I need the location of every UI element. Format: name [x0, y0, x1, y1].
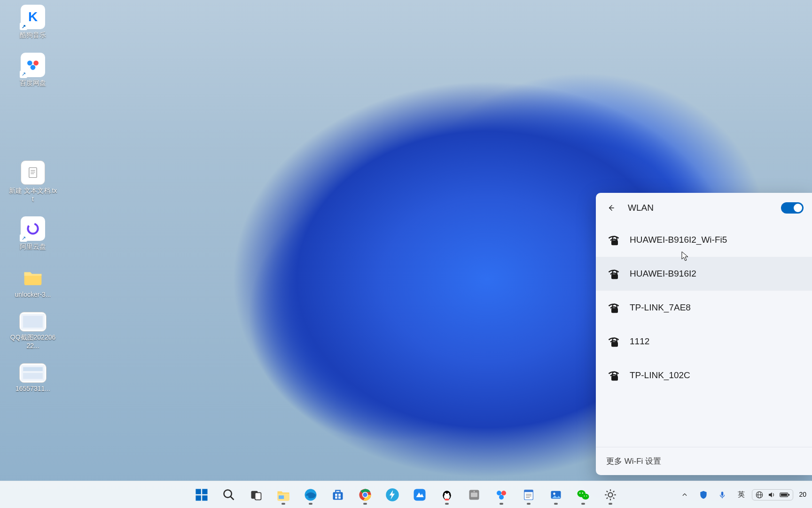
- folder-icon: [21, 264, 45, 289]
- svg-rect-33: [279, 495, 284, 499]
- svg-point-62: [553, 492, 555, 495]
- mic-icon: [718, 491, 726, 499]
- lock-icon: [608, 302, 621, 315]
- taskbar-app-edge[interactable]: [299, 484, 322, 506]
- wlan-network-item[interactable]: TP-LINK_7AE8: [596, 291, 812, 325]
- thunder-icon: [385, 488, 399, 502]
- desktop-icon-aliyun[interactable]: 阿里云盘: [8, 216, 57, 251]
- wlan-network-item[interactable]: HUAWEI-B916I2: [596, 257, 812, 291]
- svg-point-47: [445, 492, 446, 494]
- chevron-up-icon: [681, 492, 688, 498]
- desktop-icon-label: 新建 文本文档.txt: [8, 187, 57, 203]
- svg-point-1: [33, 60, 39, 65]
- ime-language-indicator[interactable]: 英: [733, 485, 749, 504]
- desktop-icon-baidupan[interactable]: 百度网盘: [8, 53, 57, 87]
- svg-point-53: [497, 491, 501, 495]
- wlan-flyout-title: WLAN: [628, 203, 654, 213]
- svg-point-49: [445, 499, 449, 500]
- wifi-icon: [607, 301, 620, 314]
- taskbar-app-qq[interactable]: [436, 484, 458, 506]
- taskbar-app-notepad[interactable]: [517, 484, 540, 506]
- kugou-icon: K: [21, 5, 45, 29]
- taskbar-app-baidupan[interactable]: [490, 484, 513, 506]
- svg-rect-37: [338, 493, 341, 496]
- svg-point-55: [499, 495, 504, 500]
- lock-icon: [608, 234, 621, 247]
- taskbar-app-qq-browser[interactable]: [408, 484, 431, 506]
- svg-rect-26: [196, 495, 201, 500]
- tray-microphone-icon[interactable]: [714, 485, 730, 504]
- desktop-icon-kugou[interactable]: K 酷狗音乐: [8, 5, 57, 40]
- taskbar-app-task-view[interactable]: [245, 484, 267, 506]
- desktop-icon-qq-screenshot[interactable]: QQ截图20220622...: [8, 312, 57, 350]
- windows-start-icon: [195, 488, 209, 502]
- image-file-icon: [19, 363, 47, 383]
- wlan-flyout: WLAN HUAWEI-B916I2_Wi-Fi5 HUAWEI-B916I2 …: [596, 193, 812, 475]
- svg-rect-21: [611, 342, 618, 347]
- desktop-icon-grid: K 酷狗音乐 百度网盘 新建 文本文档.txt 阿里云盘 unlocker-3.…: [8, 5, 57, 393]
- more-wifi-settings-link[interactable]: 更多 Wi-Fi 设置: [596, 447, 812, 475]
- network-ssid: TP-LINK_7AE8: [630, 302, 691, 313]
- taskbar-app-file-explorer[interactable]: [272, 484, 295, 506]
- svg-rect-84: [781, 493, 788, 496]
- desktop-icon-label: 阿里云盘: [20, 243, 46, 251]
- notepad-icon: [522, 488, 535, 501]
- wlan-network-item[interactable]: TP-LINK_102C: [596, 358, 812, 392]
- svg-line-76: [607, 497, 608, 498]
- baidupan-icon: [21, 53, 45, 77]
- qq-icon: [440, 488, 454, 502]
- desktop-icon-textfile[interactable]: 新建 文本文档.txt: [8, 160, 57, 203]
- svg-rect-3: [29, 168, 37, 178]
- svg-point-48: [447, 492, 449, 494]
- svg-rect-57: [524, 490, 533, 492]
- taskbar: 英 20: [0, 481, 812, 508]
- chrome-icon: [358, 488, 372, 502]
- svg-rect-19: [611, 308, 618, 313]
- network-ssid: TP-LINK_102C: [630, 370, 690, 381]
- svg-rect-23: [611, 376, 618, 381]
- wifi-icon: [607, 369, 620, 382]
- potplayer-icon: [468, 488, 481, 501]
- svg-point-69: [608, 492, 612, 497]
- wifi-icon: [607, 267, 620, 280]
- aliyun-icon: [21, 216, 45, 241]
- wlan-network-list[interactable]: HUAWEI-B916I2_Wi-Fi5 HUAWEI-B916I2 TP-LI…: [596, 223, 812, 447]
- taskbar-app-start[interactable]: [190, 484, 213, 506]
- svg-rect-78: [721, 492, 724, 496]
- svg-rect-39: [338, 496, 341, 499]
- taskbar-app-chrome[interactable]: [354, 484, 376, 506]
- svg-rect-9: [23, 316, 43, 328]
- taskbar-app-thunder[interactable]: [381, 484, 404, 506]
- back-button[interactable]: [602, 199, 619, 216]
- svg-rect-36: [335, 493, 337, 496]
- svg-rect-83: [789, 494, 790, 495]
- taskbar-app-wechat[interactable]: [572, 484, 594, 506]
- svg-point-42: [363, 492, 367, 497]
- arrow-left-icon: [606, 203, 616, 213]
- wlan-toggle[interactable]: [781, 202, 804, 214]
- taskbar-clock[interactable]: 20: [796, 491, 809, 498]
- svg-point-68: [586, 495, 587, 496]
- taskbar-app-search[interactable]: [218, 484, 240, 506]
- svg-rect-51: [471, 492, 477, 497]
- svg-rect-11: [23, 367, 43, 371]
- desktop-icon-folder-unlocker[interactable]: unlocker-3...: [8, 264, 57, 299]
- txt-file-icon: [21, 160, 45, 185]
- wlan-network-item[interactable]: 1112: [596, 325, 812, 358]
- taskbar-app-settings[interactable]: [599, 484, 622, 506]
- tray-overflow-button[interactable]: [677, 485, 693, 504]
- system-tray: 英 20: [677, 485, 809, 504]
- taskbar-app-ms-store[interactable]: [327, 484, 349, 506]
- taskbar-app-photos[interactable]: [545, 484, 567, 506]
- taskbar-app-potplayer[interactable]: [463, 484, 485, 506]
- tray-security-icon[interactable]: [695, 485, 711, 504]
- wlan-network-item[interactable]: HUAWEI-B916I2_Wi-Fi5: [596, 223, 812, 257]
- more-settings-label: 更多 Wi-Fi 设置: [606, 457, 661, 466]
- desktop-icon-label: 16557311...: [16, 385, 50, 393]
- desktop-icon-screenshot2[interactable]: 16557311...: [8, 363, 57, 393]
- svg-point-66: [582, 492, 584, 494]
- baidupan-icon: [494, 488, 508, 502]
- quick-settings-cluster[interactable]: [752, 489, 793, 500]
- svg-point-64: [582, 493, 589, 500]
- clock-time: 20: [799, 491, 806, 498]
